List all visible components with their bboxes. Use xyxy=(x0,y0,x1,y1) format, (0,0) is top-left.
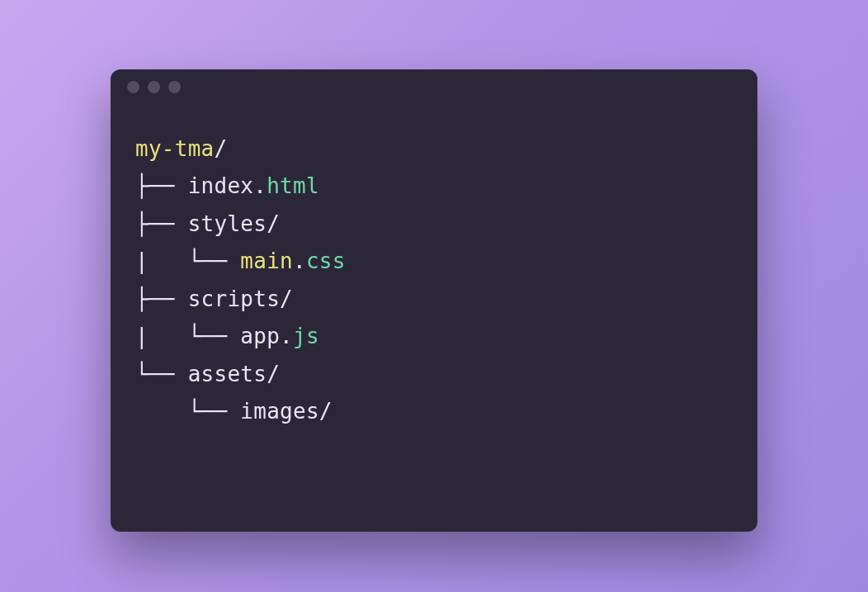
tree-root-line: my-tma/ xyxy=(135,136,227,161)
tree-line-styles: ├── styles/ xyxy=(135,211,280,236)
branch-t-icon: ├── xyxy=(135,173,188,198)
tree-line-scripts: ├── scripts/ xyxy=(135,287,293,311)
branch-l-icon: └── xyxy=(188,249,241,273)
branch-t-icon: ├── xyxy=(135,211,188,236)
file-name: main xyxy=(240,249,293,273)
pipe-icon: | xyxy=(135,249,188,273)
branch-l-icon: └── xyxy=(188,399,241,424)
titlebar xyxy=(111,69,757,106)
close-icon[interactable] xyxy=(127,81,139,93)
root-dir-name: my-tma xyxy=(135,136,214,161)
dir-name: styles xyxy=(188,211,267,236)
minimize-icon[interactable] xyxy=(148,81,160,93)
slash: / xyxy=(214,136,227,161)
maximize-icon[interactable] xyxy=(168,81,181,93)
dot: . xyxy=(293,249,306,273)
terminal-window: my-tma/ ├── index.html ├── styles/ | └──… xyxy=(111,69,757,532)
file-ext: css xyxy=(306,249,346,273)
tree-line-assets: └── assets/ xyxy=(135,362,280,386)
branch-t-icon: ├── xyxy=(135,287,188,311)
slash: / xyxy=(280,287,293,311)
file-name: index xyxy=(188,173,254,198)
dir-name: images xyxy=(240,399,318,424)
file-ext: js xyxy=(293,324,319,348)
branch-l-icon: └── xyxy=(135,362,188,386)
branch-l-icon: └── xyxy=(188,324,241,348)
terminal-content: my-tma/ ├── index.html ├── styles/ | └──… xyxy=(111,106,757,448)
tree-line-main-css: | └── main.css xyxy=(135,249,346,273)
slash: / xyxy=(267,362,280,386)
slash: / xyxy=(319,399,333,424)
tree-line-app-js: | └── app.js xyxy=(135,324,319,348)
dir-name: scripts xyxy=(188,287,280,311)
tree-line-index: ├── index.html xyxy=(135,173,319,198)
dot: . xyxy=(253,173,267,198)
indent-spacer xyxy=(135,399,188,424)
dot: . xyxy=(280,324,293,348)
dir-name: assets xyxy=(188,362,267,386)
file-ext: html xyxy=(267,173,319,198)
pipe-icon: | xyxy=(135,324,188,348)
tree-line-images: └── images/ xyxy=(135,399,333,424)
file-name: app xyxy=(240,324,280,348)
slash: / xyxy=(267,211,280,236)
